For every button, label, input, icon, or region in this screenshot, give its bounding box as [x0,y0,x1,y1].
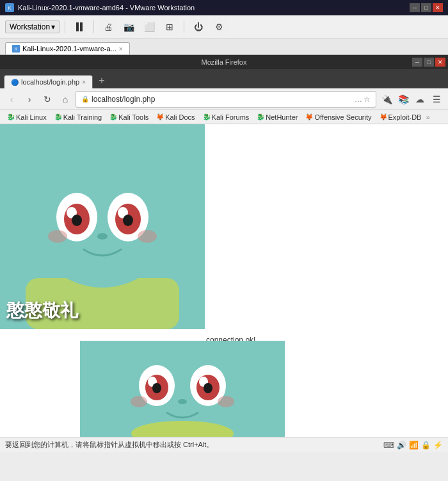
volume-icon: 🔊 [397,441,406,450]
firefox-window: Mozilla Firefox ─ □ ✕ 🔵 localhost/login.… [0,55,448,437]
svg-point-30 [218,396,234,407]
bookmark-kali-tools[interactable]: 🐉 Kali Tools [106,112,152,122]
url-bar[interactable]: 🔒 localhost/login.php … ☆ [76,91,376,108]
bookmark-kali-forums-label: Kali Forums [212,113,250,121]
power-button[interactable]: ⏻ [189,18,207,36]
back-button[interactable]: ‹ [4,92,19,107]
tab-title: localhost/login.php [21,78,79,86]
url-actions: … ☆ [355,95,371,104]
bookmark-exploit-db[interactable]: 🦊 Exploit-DB [376,112,425,122]
toolbar-separator-2 [93,20,94,33]
svg-point-11 [97,233,108,240]
home-button[interactable]: ⌂ [58,92,73,107]
dropdown-arrow: ▾ [51,22,55,31]
kali-tools-bookmark-icon: 🐉 [109,113,117,120]
url-bookmark-icon[interactable]: ☆ [364,95,371,104]
vmware-tab-close[interactable]: × [119,45,123,53]
vmware-tab-bar: K Kali-Linux-2020.1-vmware-a... × [0,38,448,55]
svg-point-14 [13,240,51,265]
app-icon: K [5,3,14,12]
bookmark-kali-forums[interactable]: 🐉 Kali Forums [200,112,253,122]
bookmarks-overflow-button[interactable]: » [426,113,429,121]
network-icon: 📶 [409,441,419,450]
forward-button[interactable]: › [22,92,37,107]
window-title: Kali-Linux-2020.1-vmware-amd64 - VMware … [18,4,195,12]
title-bar-controls: ─ □ ✕ [410,3,443,12]
title-bar: K Kali-Linux-2020.1-vmware-amd64 - VMwar… [0,0,448,15]
firefox-close-button[interactable]: ✕ [435,58,445,67]
svg-point-12 [48,230,67,243]
tab-favicon: 🔵 [11,79,19,86]
firefox-minimize-button[interactable]: ─ [412,58,422,67]
minimize-button[interactable]: ─ [410,3,420,12]
kali-tab-icon: K [12,45,20,53]
tab-close-icon[interactable]: × [82,79,86,86]
toolbar-separator-3 [184,20,184,33]
exploit-db-bookmark-icon: 🦊 [380,113,387,120]
firefox-titlebar: Mozilla Firefox ─ □ ✕ [0,55,448,69]
vmware-tab-kali[interactable]: K Kali-Linux-2020.1-vmware-a... × [5,42,130,54]
snapshot-button[interactable]: 📷 [120,18,138,36]
unity-button[interactable]: ⊞ [161,18,179,36]
toolbar-separator [65,20,65,33]
bookmark-exploit-db-label: Exploit-DB [388,113,422,121]
firefox-bookmarks-bar: 🐉 Kali Linux 🐉 Kali Training 🐉 Kali Tool… [0,110,448,124]
sync-button[interactable]: ☁ [412,92,428,107]
status-icons: ⌨ 🔊 📶 🔒 ⚡ [383,441,443,450]
url-text: localhost/login.php [92,95,352,104]
bookmark-nethunter-label: NetHunter [266,113,298,121]
title-bar-left: K Kali-Linux-2020.1-vmware-amd64 - VMwar… [5,3,195,12]
bookmark-offensive-security-label: Offensive Security [314,113,371,121]
meme-top-image: 憨憨敬礼 [0,124,205,329]
bookmark-kali-docs[interactable]: 🦊 Kali Docs [153,112,198,122]
maximize-button[interactable]: □ [421,3,431,12]
new-tab-button[interactable]: + [94,73,109,88]
fullscreen-button[interactable]: ⬜ [140,18,158,36]
firefox-tab-bar: 🔵 localhost/login.php × + [0,69,448,88]
chinese-meme-text: 憨憨敬礼 [6,298,78,323]
extensions-button[interactable]: 🔌 [379,92,394,107]
reload-button[interactable]: ↻ [40,92,55,107]
pause-icon [76,22,83,31]
power-status-icon: ⚡ [433,441,443,450]
settings-button[interactable]: ⚙ [210,18,228,36]
firefox-tab-login[interactable]: 🔵 localhost/login.php × [4,75,93,88]
keyboard-icon: ⌨ [383,441,394,450]
workstation-menu-button[interactable]: Workstation ▾ [5,20,60,33]
bookmark-kali-training[interactable]: 🐉 Kali Training [51,112,106,122]
lock-status-icon: 🔒 [421,441,431,450]
meme-bottom-image [80,341,285,437]
svg-point-27 [204,383,212,393]
svg-point-26 [152,383,161,393]
workstation-label: Workstation [10,22,50,31]
firefox-status-bar: 要返回到您的计算机，请将鼠标指针从虚拟机中移出或按 Ctrl+Alt。 ⌨ 🔊 … [0,437,448,452]
firefox-title: Mozilla Firefox [202,58,247,66]
kali-docs-bookmark-icon: 🦊 [156,113,164,120]
firefox-content: 憨憨敬礼 connection ok! [0,124,448,437]
svg-point-17 [129,152,152,180]
bookmark-offensive-security[interactable]: 🦊 Offensive Security [302,112,374,122]
vmware-tab-label: Kali-Linux-2020.1-vmware-a... [22,45,116,53]
bookmark-kali-tools-label: Kali Tools [118,113,148,121]
svg-point-28 [178,399,187,404]
firefox-titlebar-controls: ─ □ ✕ [412,58,445,67]
vmware-toolbar: Workstation ▾ 🖨 📷 ⬜ ⊞ ⏻ ⚙ [0,15,448,38]
kali-linux-bookmark-icon: 🐉 [7,113,15,120]
url-ellipsis-icon[interactable]: … [355,95,362,104]
url-lock-icon: 🔒 [81,95,89,102]
bookmark-kali-training-label: Kali Training [63,113,102,121]
pause-button[interactable] [70,18,88,36]
svg-point-16 [52,152,76,180]
hamburger-button[interactable]: ☰ [429,92,444,107]
kali-forums-bookmark-icon: 🐉 [203,113,211,120]
firefox-maximize-button[interactable]: □ [424,58,434,67]
bookmark-nethunter[interactable]: 🐉 NetHunter [253,112,301,122]
bookmark-kali-linux[interactable]: 🐉 Kali Linux [4,112,50,122]
close-button[interactable]: ✕ [433,3,443,12]
nav-right-icons: 🔌 📚 ☁ ☰ [379,92,444,107]
offensive-security-bookmark-icon: 🦊 [305,113,313,120]
svg-point-29 [131,396,147,407]
nethunter-bookmark-icon: 🐉 [257,113,264,120]
print-button[interactable]: 🖨 [99,18,117,36]
library-button[interactable]: 📚 [396,92,411,107]
